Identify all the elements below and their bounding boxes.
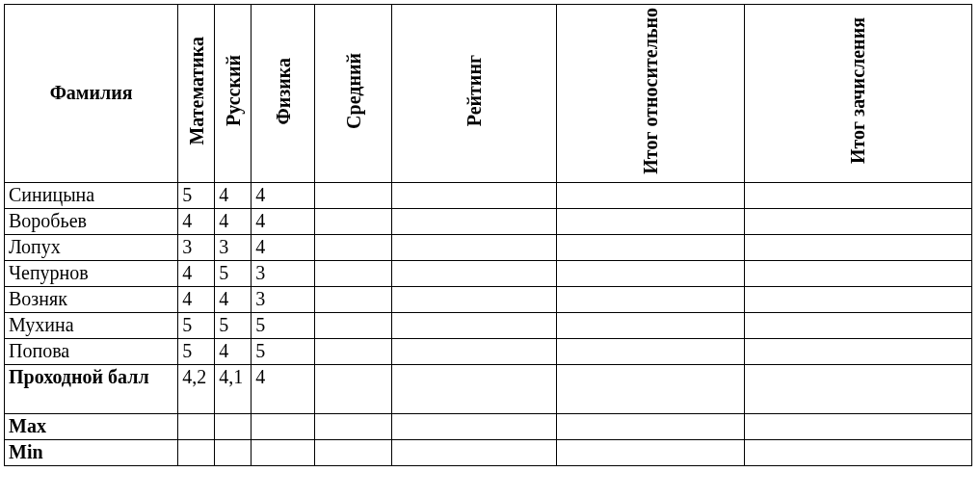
cell-relative xyxy=(556,312,744,338)
cell-physics: 4 xyxy=(252,182,315,208)
cell-enroll xyxy=(744,364,971,413)
cell-rating xyxy=(392,208,556,234)
cell-surname: Min xyxy=(5,439,178,465)
cell-enroll xyxy=(744,234,971,260)
cell-relative xyxy=(556,182,744,208)
header-physics: Физика xyxy=(252,5,315,183)
cell-rating xyxy=(392,234,556,260)
cell-physics xyxy=(252,439,315,465)
cell-physics: 4 xyxy=(252,208,315,234)
table-row: Проходной балл4,24,14 xyxy=(5,364,972,413)
cell-relative xyxy=(556,439,744,465)
cell-average xyxy=(315,439,392,465)
cell-surname: Лопух xyxy=(5,234,178,260)
cell-rating xyxy=(392,260,556,286)
cell-surname: Синицына xyxy=(5,182,178,208)
cell-enroll xyxy=(744,338,971,364)
cell-enroll xyxy=(744,182,971,208)
cell-surname: Проходной балл xyxy=(5,364,178,413)
cell-average xyxy=(315,413,392,439)
cell-physics: 4 xyxy=(252,364,315,413)
cell-surname: Возняк xyxy=(5,286,178,312)
grades-table: Фамилия Математика Русский Физика Средни… xyxy=(4,4,972,466)
cell-russian xyxy=(215,439,252,465)
cell-surname: Чепурнов xyxy=(5,260,178,286)
cell-rating xyxy=(392,439,556,465)
cell-relative xyxy=(556,260,744,286)
cell-physics: 5 xyxy=(252,312,315,338)
table-row: Попова545 xyxy=(5,338,972,364)
cell-average xyxy=(315,364,392,413)
cell-physics: 4 xyxy=(252,234,315,260)
cell-average xyxy=(315,208,392,234)
cell-math: 4 xyxy=(178,260,215,286)
cell-math: 5 xyxy=(178,338,215,364)
cell-average xyxy=(315,312,392,338)
cell-rating xyxy=(392,413,556,439)
table-row: Min xyxy=(5,439,972,465)
cell-physics: 5 xyxy=(252,338,315,364)
header-average: Средний xyxy=(315,5,392,183)
cell-russian: 4,1 xyxy=(215,364,252,413)
header-row: Фамилия Математика Русский Физика Средни… xyxy=(5,5,972,183)
cell-math xyxy=(178,413,215,439)
cell-relative xyxy=(556,208,744,234)
cell-surname: Мухина xyxy=(5,312,178,338)
cell-math: 4 xyxy=(178,208,215,234)
cell-physics: 3 xyxy=(252,260,315,286)
cell-surname: Попова xyxy=(5,338,178,364)
cell-relative xyxy=(556,234,744,260)
cell-russian: 4 xyxy=(215,338,252,364)
cell-physics: 3 xyxy=(252,286,315,312)
header-enroll: Итог зачисления xyxy=(744,5,971,183)
table-row: Синицына544 xyxy=(5,182,972,208)
cell-rating xyxy=(392,312,556,338)
cell-russian: 3 xyxy=(215,234,252,260)
cell-enroll xyxy=(744,439,971,465)
cell-enroll xyxy=(744,260,971,286)
cell-average xyxy=(315,234,392,260)
cell-physics xyxy=(252,413,315,439)
table-row: Чепурнов453 xyxy=(5,260,972,286)
cell-average xyxy=(315,260,392,286)
cell-enroll xyxy=(744,286,971,312)
cell-rating xyxy=(392,182,556,208)
cell-rating xyxy=(392,286,556,312)
cell-average xyxy=(315,338,392,364)
cell-rating xyxy=(392,364,556,413)
cell-math: 4 xyxy=(178,286,215,312)
cell-russian xyxy=(215,413,252,439)
table-row: Воробьев444 xyxy=(5,208,972,234)
cell-russian: 4 xyxy=(215,286,252,312)
header-russian: Русский xyxy=(215,5,252,183)
cell-surname: Воробьев xyxy=(5,208,178,234)
cell-surname: Max xyxy=(5,413,178,439)
cell-math: 5 xyxy=(178,312,215,338)
header-math: Математика xyxy=(178,5,215,183)
cell-relative xyxy=(556,413,744,439)
cell-relative xyxy=(556,338,744,364)
cell-math: 3 xyxy=(178,234,215,260)
cell-enroll xyxy=(744,312,971,338)
header-rating: Рейтинг xyxy=(392,5,556,183)
table-row: Мухина555 xyxy=(5,312,972,338)
cell-math xyxy=(178,439,215,465)
header-relative: Итог относительно xyxy=(556,5,744,183)
cell-average xyxy=(315,182,392,208)
cell-rating xyxy=(392,338,556,364)
cell-math: 5 xyxy=(178,182,215,208)
cell-russian: 4 xyxy=(215,208,252,234)
cell-enroll xyxy=(744,208,971,234)
cell-math: 4,2 xyxy=(178,364,215,413)
cell-relative xyxy=(556,286,744,312)
cell-relative xyxy=(556,364,744,413)
cell-russian: 5 xyxy=(215,312,252,338)
cell-russian: 5 xyxy=(215,260,252,286)
cell-russian: 4 xyxy=(215,182,252,208)
cell-average xyxy=(315,286,392,312)
cell-enroll xyxy=(744,413,971,439)
table-row: Max xyxy=(5,413,972,439)
table-row: Возняк443 xyxy=(5,286,972,312)
header-surname: Фамилия xyxy=(5,5,178,183)
table-row: Лопух334 xyxy=(5,234,972,260)
